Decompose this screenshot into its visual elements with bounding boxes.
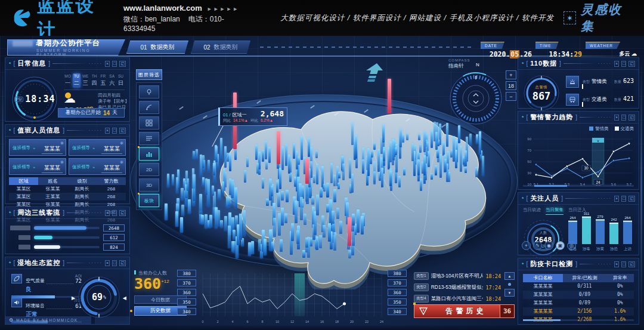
scroll-down-button[interactable]: ▼ [504, 289, 515, 297]
trend-scrollbar[interactable] [523, 185, 634, 187]
expand-icon[interactable]: ◱ [628, 196, 635, 202]
office-count-value: 360 [134, 275, 161, 292]
alarm-history-banner[interactable]: 告警历史 36 [414, 304, 515, 318]
close-icon[interactable]: × [614, 196, 619, 202]
window-icon[interactable]: □ [621, 115, 626, 121]
target-icon[interactable]: ⌖ [522, 241, 531, 250]
duty-leader-cards: 值班领导 »⊗某某某 值班领导 »⊗某某某 值班领导 »⊗某某某 值班领导 »⊗… [9, 139, 126, 175]
layer-button-signal[interactable] [139, 101, 159, 114]
svg-text:264: 264 [624, 216, 631, 220]
expand-icon[interactable]: ◱ [119, 128, 126, 134]
table-row: 某某区张某某副局长268 [9, 185, 126, 193]
prev-arrow-icon[interactable]: ▶ [72, 295, 75, 301]
list-icon [145, 135, 153, 142]
layer-button-location[interactable] [139, 85, 159, 98]
edit-icon[interactable]: ✎ [533, 241, 542, 250]
expand-icon[interactable]: ◱ [119, 260, 126, 266]
close-icon[interactable]: × [614, 115, 619, 121]
compass-dial[interactable] [448, 71, 503, 126]
alarm-row[interactable]: 类型2RD13-53烟感报警疑似火灾17:24 [414, 283, 501, 291]
alarm-time: 18:24 [485, 273, 501, 279]
close-icon[interactable]: × [105, 61, 110, 67]
duty-card[interactable]: 值班领导 »⊗某某某 [9, 158, 66, 175]
warning-triangle-icon [419, 307, 428, 315]
layer-button-barchart[interactable] [139, 147, 159, 161]
window-icon[interactable]: □ [621, 196, 626, 202]
table-header: 区域姓名级别警力数 [9, 177, 126, 185]
svg-text:10: 10 [275, 320, 279, 323]
bar-chart-icon [145, 150, 153, 158]
window-icon[interactable]: □ [112, 260, 117, 266]
services-text: 大数据可视化设计 / 软件界面设计 / 网站建设 / 手机及小程序设计 / 软件… [280, 13, 554, 23]
tab-data-category-1[interactable]: 01 数据类别 [126, 41, 188, 54]
made-by-footer: ⚙MADE BY NEHOMMICOK [5, 316, 91, 324]
dashboard: 暑期办公协作平台 SUMMER WORKING PLATFORM 01 数据类别… [0, 36, 644, 330]
expand-icon[interactable]: ◱ [119, 210, 126, 216]
expand-icon[interactable]: ◱ [628, 115, 635, 121]
lanlan-logo-icon [11, 7, 32, 29]
duty-card[interactable]: 值班领导 »⊗某某某 [9, 139, 66, 156]
website-link[interactable]: www.lanlanwork.com [123, 4, 202, 13]
expand-icon[interactable]: ◱ [119, 61, 126, 67]
tab-daily-gather[interactable]: 当日聚集 [546, 207, 564, 215]
next-arrow-icon[interactable]: ◀ [123, 295, 126, 301]
alarm-row[interactable]: 类型1湿地3-104片区有不明人员闯入18:24 [414, 272, 501, 280]
alarm-row[interactable]: 类型4某路口有小汽车连闯三个红灯18:24 [414, 295, 501, 303]
svg-text:20: 20 [350, 320, 354, 323]
made-by-text: MADE BY NEHOMMICOK [16, 318, 78, 322]
panel-passenger-flow: *[ 周边三线客流 ] ····· ×□◱ 2648 612 824 [5, 206, 130, 254]
svg-text:6: 6 [246, 320, 248, 323]
window-icon[interactable]: □ [112, 128, 117, 134]
window-icon[interactable]: □ [621, 261, 626, 267]
signal-icon [145, 104, 153, 111]
wechat-label: 微信：ben_lanlan [123, 15, 180, 23]
window-icon[interactable]: □ [112, 210, 117, 216]
weekday-cell: WE三 [82, 73, 89, 88]
alarm-text: 某路口有小汽车连闯三个红灯 [431, 295, 484, 303]
close-icon[interactable]: × [614, 261, 619, 267]
zoom-out-button[interactable]: − [506, 92, 516, 101]
flow-bar-row: 612 [10, 233, 125, 242]
window-icon[interactable]: □ [621, 61, 626, 67]
zoom-in-button[interactable]: + [506, 70, 516, 79]
ampm-badge: PM [14, 97, 24, 102]
layer-button-grid[interactable] [139, 116, 159, 129]
close-icon[interactable]: × [105, 210, 110, 216]
duty-card[interactable]: 值班领导 »⊗某某某 [69, 139, 126, 156]
svg-text:22: 22 [365, 320, 369, 323]
svg-text:涉恐: 涉恐 [609, 246, 618, 251]
layer-button-2d[interactable]: 2D [139, 163, 159, 176]
layer-button-block[interactable]: 板块 [139, 194, 159, 207]
window-icon[interactable]: □ [112, 61, 117, 67]
expand-icon[interactable]: ◱ [628, 61, 635, 67]
scroll-up-button[interactable]: ▲ [504, 272, 515, 280]
location-icon [145, 88, 153, 95]
banner-count: 36 [500, 305, 514, 317]
weekday-cell: MO一 [64, 73, 72, 88]
record-icon[interactable]: ◉ [544, 241, 553, 250]
tab-daily-track[interactable]: 当日轨迹 [523, 207, 541, 215]
layer-button-3d[interactable]: 3D [139, 178, 159, 192]
tab-data-category-2[interactable]: 02 数据类别 [191, 41, 250, 54]
close-icon[interactable]: × [614, 61, 619, 67]
close-icon[interactable]: × [105, 128, 110, 134]
weekday-cell: SU日 [117, 73, 125, 88]
checkpoint-scrollbar[interactable] [523, 319, 634, 321]
air-quality-label: 空气质量 [26, 277, 45, 284]
map-zoom-control: + 18 − [506, 70, 516, 101]
panel-title: 日常信息 [17, 59, 46, 68]
svg-text:30: 30 [584, 166, 589, 170]
svg-text:24: 24 [380, 320, 383, 323]
svg-text:30: 30 [527, 171, 531, 175]
alarm-type-row: 类型警情类数量623 [566, 75, 634, 90]
office-count-delta: +12 [161, 279, 169, 284]
duty-card[interactable]: 值班领导 »⊗某某某 [69, 158, 126, 175]
office-y-axis-left: 380370360350340 [177, 270, 196, 315]
svg-text:在逃: 在逃 [569, 246, 577, 251]
close-icon[interactable]: × [105, 260, 110, 266]
layer-button-list[interactable] [139, 132, 159, 145]
alarm-light-icon [566, 76, 579, 88]
mom-label: 环比 [250, 118, 258, 124]
expand-icon[interactable]: ◱ [628, 261, 635, 267]
speaker-icon [11, 298, 22, 307]
